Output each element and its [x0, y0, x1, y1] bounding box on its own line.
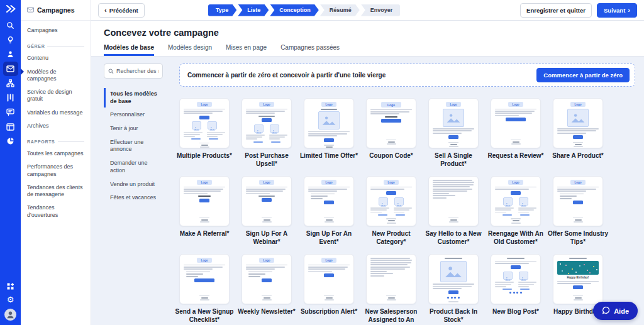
category-tous-les-mod-les-de-base[interactable]: Tous les modèles de base: [104, 88, 163, 107]
sidebar-item-service-de-design-gratuit[interactable]: Service de design gratuit: [21, 85, 91, 106]
wizard-step-type[interactable]: Type: [208, 4, 236, 16]
template-card[interactable]: Logo: [304, 98, 354, 148]
template-card[interactable]: Logo: [366, 98, 416, 148]
thumb-footer: [262, 294, 272, 300]
category-personnaliser[interactable]: Personnaliser: [104, 109, 163, 121]
sidebar-item-contenu[interactable]: Contenu: [21, 52, 91, 65]
deals-icon[interactable]: [3, 91, 18, 105]
thumb-footer: [573, 216, 583, 223]
thumb-logo-chip: Logo: [384, 180, 399, 185]
tab-mod-les-design[interactable]: Modèles design: [168, 44, 212, 56]
template-cell: LogoSign Up For A Webinar*: [242, 176, 292, 246]
avatar-icon[interactable]: [3, 309, 18, 321]
thumb-logo-chip: Logo: [321, 258, 336, 263]
sidebar-item-toutes-les-campagnes[interactable]: Toutes les campagnes: [21, 147, 91, 160]
template-card[interactable]: Logo: [304, 176, 354, 226]
thumb-footer: [386, 138, 396, 145]
campaigns-icon[interactable]: [3, 62, 18, 76]
apps-icon[interactable]: [3, 282, 18, 290]
next-button[interactable]: Suivant ›: [597, 3, 637, 18]
sidebar-item-archives[interactable]: Archives: [21, 119, 91, 133]
template-card[interactable]: [366, 254, 416, 304]
thumb-button: [194, 278, 214, 282]
template-card[interactable]: Logo: [491, 176, 541, 226]
template-card[interactable]: Logo: [366, 176, 416, 226]
template-cell: LogoReengage With An Old Customer*: [491, 176, 541, 246]
category-tenir-jour[interactable]: Tenir à jour: [104, 123, 163, 135]
sidebar-item-variables-du-message[interactable]: Variables du message: [21, 106, 91, 119]
template-card[interactable]: Logo: [553, 98, 603, 148]
template-card[interactable]: Logo: [179, 98, 230, 148]
back-button[interactable]: ‹ Précédent: [98, 3, 145, 18]
lightbulb-icon[interactable]: [3, 33, 18, 47]
category-effectuer-une-annonce[interactable]: Effectuer une annonce: [104, 136, 163, 156]
template-card-label: Reengage With An Old Customer*: [486, 229, 547, 246]
start-from-scratch-banner: Commencer à partir de zéro et concevoir …: [179, 63, 635, 87]
template-card[interactable]: Logo: [428, 98, 479, 148]
template-card-label: Coupon Code*: [361, 151, 422, 160]
wizard-step-résumé[interactable]: Résumé: [320, 4, 360, 16]
automations-icon[interactable]: [3, 76, 18, 91]
thumb-footer: [448, 216, 458, 223]
template-card-label: Sell A Single Product*: [423, 151, 484, 168]
thumb-logo-chip: Logo: [446, 102, 461, 107]
thumb-logo-chip: Logo: [259, 180, 274, 185]
thumb-footer: [448, 141, 458, 147]
wizard-steps: TypeListeConceptionRésuméEnvoyer: [207, 4, 400, 16]
chat-bubble-icon: [602, 306, 610, 316]
template-card[interactable]: Logo: [179, 254, 230, 304]
template-cell: LogoWeekly Newsletter*: [242, 254, 292, 325]
save-and-exit-button[interactable]: Enregistrer et quitter: [520, 3, 592, 18]
template-cell: LogoSign Up For An Event*: [304, 176, 354, 246]
template-card[interactable]: Happy Birthday!: [553, 254, 603, 304]
contacts-icon[interactable]: [3, 47, 18, 62]
template-cell: LogoSend a New Signup Checklist*: [179, 254, 230, 325]
icon-rail: ⚙: [0, 0, 21, 325]
app-window: ⚙ Campagnes CampagnesGÉRERContenuModèles…: [0, 0, 644, 325]
tab-campagnes-pass-es[interactable]: Campagnes passées: [280, 44, 340, 56]
template-card[interactable]: [491, 254, 541, 304]
category-demander-une-action[interactable]: Demander une action: [104, 157, 163, 177]
search-input[interactable]: [116, 68, 158, 74]
search-icon[interactable]: [3, 18, 18, 33]
wizard-step-liste[interactable]: Liste: [238, 4, 269, 16]
thumb-button: [199, 116, 209, 119]
site-icon[interactable]: [3, 119, 18, 134]
thumb-button: [262, 278, 272, 282]
conversations-icon[interactable]: [3, 105, 18, 119]
template-card[interactable]: [428, 254, 479, 304]
logo-icon[interactable]: [6, 5, 16, 13]
template-card[interactable]: Logo: [304, 254, 354, 304]
template-card[interactable]: [428, 176, 479, 226]
template-card-label: Sign Up For An Event*: [299, 229, 360, 246]
thumb-footer: [199, 141, 209, 148]
template-card[interactable]: Logo: [491, 98, 541, 148]
sidebar-item-campagnes[interactable]: Campagnes: [21, 24, 91, 37]
template-card[interactable]: Logo: [242, 176, 292, 226]
sidebar-item-mod-les-de-campagnes[interactable]: Modèles de campagnes: [21, 65, 91, 86]
template-card-label: New Salesperson Assigned to An Account*: [361, 307, 422, 325]
help-button[interactable]: Aide: [593, 302, 638, 320]
sidebar-item-tendances-des-clients-de-messagerie[interactable]: Tendances des clients de messagerie: [21, 181, 91, 202]
wizard-step-envoyer[interactable]: Envoyer: [361, 4, 401, 16]
thumb-coupon-code: [385, 116, 397, 118]
search-box[interactable]: [104, 63, 163, 79]
thumb-footer: [324, 216, 334, 223]
template-card[interactable]: Logo: [553, 176, 603, 226]
thumb-footer: [262, 216, 272, 223]
template-card[interactable]: Logo: [179, 176, 230, 226]
sidebar-item-performances-des-campagnes[interactable]: Performances des campagnes: [21, 160, 91, 181]
settings-icon[interactable]: ⚙: [3, 295, 18, 304]
category-vendre-un-produit[interactable]: Vendre un produit: [104, 179, 163, 191]
sidebar-item-tendances-d-ouvertures[interactable]: Tendances d'ouvertures: [21, 201, 91, 222]
tab-mises-en-page[interactable]: Mises en page: [226, 44, 267, 56]
reports-icon[interactable]: [3, 134, 18, 148]
template-card[interactable]: Logo: [242, 254, 292, 304]
tab-mod-les-de-base[interactable]: Modèles de base: [104, 44, 154, 56]
template-card[interactable]: Logo: [242, 98, 292, 148]
category-f-tes-et-vacances[interactable]: Fêtes et vacances: [104, 192, 163, 204]
template-cell: New Blog Post*: [491, 254, 541, 325]
start-from-scratch-button[interactable]: Commencer à partir de zéro: [536, 68, 630, 82]
wizard-step-conception[interactable]: Conception: [270, 4, 319, 16]
thumb-footer: [199, 294, 209, 300]
